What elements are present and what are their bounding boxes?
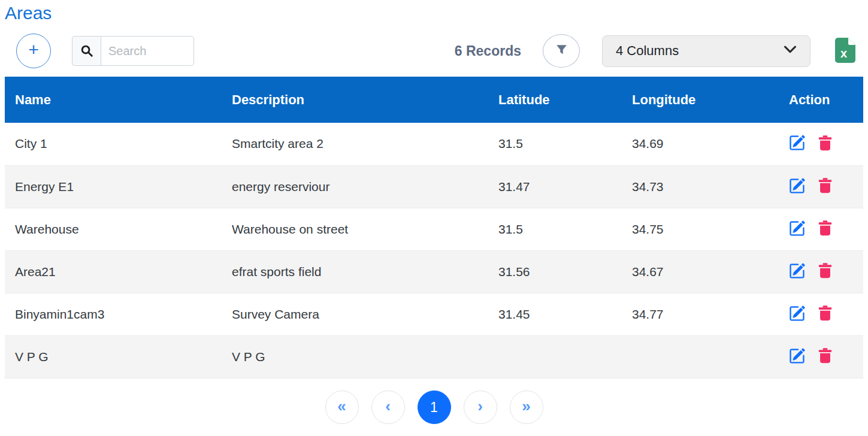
description-cell: Smartcity area 2 — [222, 123, 488, 165]
column-header-description: Description — [222, 77, 488, 123]
excel-export-button[interactable]: x — [835, 38, 855, 65]
excel-file-icon: x — [835, 38, 855, 65]
pagination-last-button[interactable]: » — [510, 390, 543, 424]
search-input[interactable] — [101, 36, 194, 66]
pagination-prev-button[interactable]: ‹ — [371, 390, 405, 424]
description-cell: efrat sports field — [222, 250, 488, 293]
areas-page: Areas + 6 Records 4 Columns — [0, 2, 868, 424]
name-cell: Area21 — [5, 250, 222, 293]
svg-text:x: x — [840, 47, 847, 60]
edit-button[interactable] — [789, 220, 805, 238]
description-cell: energy reserviour — [222, 165, 488, 208]
table-row: Warehouse Warehouse on street 31.5 34.75 — [5, 208, 863, 250]
chevron-down-icon — [782, 41, 798, 60]
pencil-square-icon — [789, 220, 805, 238]
pagination: « ‹ 1 › » — [5, 390, 863, 424]
edit-button[interactable] — [789, 135, 805, 153]
funnel-icon — [555, 44, 568, 58]
description-cell: Warehouse on street — [222, 208, 488, 250]
edit-button[interactable] — [789, 178, 805, 196]
action-cell — [779, 250, 863, 293]
chevron-left-icon: ‹ — [385, 398, 391, 414]
edit-button[interactable] — [789, 263, 805, 281]
latitude-cell: 31.56 — [488, 250, 622, 293]
longitude-cell: 34.73 — [622, 165, 779, 208]
filter-button[interactable] — [543, 34, 580, 68]
longitude-cell: 34.75 — [622, 208, 779, 250]
page-number: 1 — [430, 401, 438, 414]
latitude-cell: 31.45 — [488, 293, 622, 335]
name-cell: Binyamin1cam3 — [5, 293, 222, 335]
longitude-cell: 34.69 — [622, 123, 779, 165]
description-cell: V P G — [222, 335, 488, 378]
action-cell — [779, 293, 863, 335]
table-row: Energy E1 energy reserviour 31.47 34.73 — [5, 165, 863, 208]
column-header-action: Action — [779, 77, 863, 123]
latitude-cell — [488, 335, 622, 378]
pagination-page-1[interactable]: 1 — [418, 390, 451, 424]
delete-button[interactable] — [818, 347, 833, 366]
columns-select-value: 4 Columns — [616, 43, 679, 59]
areas-table: Name Description Latitude Longitude Acti… — [5, 77, 863, 379]
delete-button[interactable] — [818, 135, 833, 153]
longitude-cell: 34.67 — [622, 250, 779, 293]
edit-button[interactable] — [789, 348, 805, 366]
page-title: Areas — [5, 2, 863, 24]
table-row: V P G V P G — [5, 335, 863, 378]
trash-icon — [818, 262, 833, 281]
table-row: Binyamin1cam3 Survey Camera 31.45 34.77 — [5, 293, 863, 335]
table-body: City 1 Smartcity area 2 31.5 34.69 — [5, 123, 863, 378]
pencil-square-icon — [789, 348, 805, 366]
name-cell: Warehouse — [5, 208, 222, 250]
name-cell: V P G — [5, 335, 222, 378]
pencil-square-icon — [789, 305, 805, 323]
chevron-right-icon: › — [477, 398, 483, 414]
trash-icon — [818, 305, 833, 323]
column-header-name: Name — [5, 77, 222, 123]
trash-icon — [818, 220, 833, 238]
delete-button[interactable] — [818, 177, 833, 196]
pencil-square-icon — [789, 178, 805, 196]
plus-icon: + — [28, 41, 39, 59]
action-cell — [779, 123, 863, 165]
trash-icon — [818, 347, 833, 366]
action-cell — [779, 208, 863, 250]
action-cell — [779, 335, 863, 378]
pencil-square-icon — [789, 263, 805, 281]
latitude-cell: 31.5 — [488, 123, 622, 165]
name-cell: Energy E1 — [5, 165, 222, 208]
latitude-cell: 31.5 — [488, 208, 622, 250]
toolbar: + 6 Records 4 Columns — [5, 34, 863, 68]
longitude-cell — [622, 335, 779, 378]
table-row: City 1 Smartcity area 2 31.5 34.69 — [5, 123, 863, 165]
column-header-latitude: Latitude — [488, 77, 622, 123]
table-header: Name Description Latitude Longitude Acti… — [5, 77, 863, 123]
action-cell — [779, 165, 863, 208]
longitude-cell: 34.77 — [622, 293, 779, 335]
delete-button[interactable] — [818, 305, 833, 323]
columns-select[interactable]: 4 Columns — [602, 35, 810, 67]
trash-icon — [818, 135, 833, 153]
search-icon — [72, 36, 101, 66]
delete-button[interactable] — [818, 262, 833, 281]
pencil-square-icon — [789, 135, 805, 153]
add-button[interactable]: + — [16, 34, 51, 68]
delete-button[interactable] — [818, 220, 833, 238]
latitude-cell: 31.47 — [488, 165, 622, 208]
column-header-longitude: Longitude — [622, 77, 779, 123]
search-group — [72, 36, 194, 66]
double-chevron-right-icon: » — [522, 398, 530, 414]
trash-icon — [818, 177, 833, 196]
records-count: 6 Records — [455, 43, 521, 59]
edit-button[interactable] — [789, 305, 805, 323]
pagination-first-button[interactable]: « — [325, 390, 359, 424]
pagination-next-button[interactable]: › — [464, 390, 497, 424]
name-cell: City 1 — [5, 123, 222, 165]
double-chevron-left-icon: « — [337, 398, 346, 414]
description-cell: Survey Camera — [222, 293, 488, 335]
table-row: Area21 efrat sports field 31.56 34.67 — [5, 250, 863, 293]
